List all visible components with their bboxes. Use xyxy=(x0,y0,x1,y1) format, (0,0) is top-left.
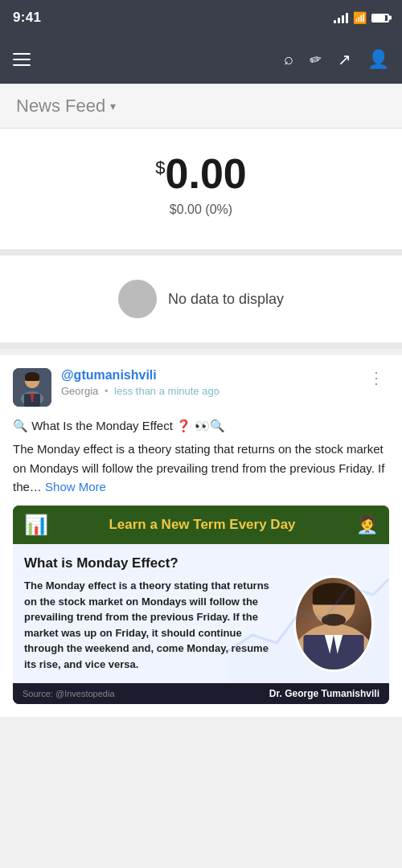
background-chart xyxy=(228,555,389,683)
signal-bars-icon xyxy=(334,12,348,23)
card-body: What is Monday Effect? The Monday effect… xyxy=(13,544,389,683)
top-nav: ⌕ ✏ ↗ 👤 xyxy=(0,35,402,84)
no-data-text: No data to display xyxy=(168,291,284,308)
author-location: Georgia xyxy=(61,385,98,397)
no-data-section: No data to display xyxy=(0,256,402,342)
wifi-icon: 📶 xyxy=(353,11,367,24)
author-avatar[interactable] xyxy=(13,368,51,407)
portfolio-section: $0.00 $0.00 (0%) xyxy=(0,129,402,256)
no-data-icon xyxy=(118,280,157,318)
post-more-button[interactable]: ⋮ xyxy=(365,368,389,387)
meta-separator: • xyxy=(105,385,109,397)
post-content: 🔍 What Is the Monday Effect ❓ 👀🔍 The Mon… xyxy=(13,416,389,496)
pencil-button[interactable]: ✏ xyxy=(307,49,323,69)
post-header: @gtumanishvili Georgia • less than a min… xyxy=(13,368,389,407)
card-header-text: Learn a New Term Every Day xyxy=(56,517,348,533)
status-bar: 9:41 📶 xyxy=(0,0,402,35)
card-header-bar: 📊 Learn a New Term Every Day 🧑‍💼 xyxy=(13,506,389,544)
card-footer: Source: @Investopedia Dr. George Tumanis… xyxy=(13,683,389,704)
post-image-card: 📊 Learn a New Term Every Day 🧑‍💼 What is… xyxy=(13,506,389,704)
status-icons: 📶 xyxy=(334,11,389,24)
svg-rect-7 xyxy=(25,376,39,381)
battery-icon xyxy=(371,14,389,23)
news-feed-title: News Feed xyxy=(16,96,105,117)
avatar-image xyxy=(13,368,51,407)
status-time: 9:41 xyxy=(13,10,41,26)
currency-symbol: $ xyxy=(155,158,165,178)
feed-post: @gtumanishvili Georgia • less than a min… xyxy=(0,355,402,718)
news-feed-header[interactable]: News Feed ▾ xyxy=(0,84,402,129)
post-title: 🔍 What Is the Monday Effect ❓ 👀🔍 xyxy=(13,416,389,435)
portfolio-change: $0.00 (0%) xyxy=(16,203,386,217)
post-author-info: @gtumanishvili Georgia • less than a min… xyxy=(13,368,219,407)
show-more-button[interactable]: Show More xyxy=(45,480,106,493)
post-time: less than a minute ago xyxy=(114,385,219,397)
share-button[interactable]: ↗ xyxy=(338,50,351,69)
hamburger-menu-button[interactable] xyxy=(13,53,31,66)
nav-left xyxy=(13,53,31,66)
post-title-text: 🔍 What Is the Monday Effect ❓ 👀🔍 xyxy=(13,416,225,435)
author-meta: Georgia • less than a minute ago xyxy=(61,385,219,397)
chevron-down-icon: ▾ xyxy=(110,100,116,113)
feed-section: @gtumanishvili Georgia • less than a min… xyxy=(0,355,402,718)
post-body-text: The Monday effect is a theory stating th… xyxy=(13,440,389,496)
portfolio-amount: $0.00 xyxy=(16,153,386,194)
portfolio-value: 0.00 xyxy=(166,150,247,197)
author-handle[interactable]: @gtumanishvili xyxy=(61,368,219,383)
card-person-icon: 🧑‍💼 xyxy=(356,514,378,535)
search-button[interactable]: ⌕ xyxy=(284,50,293,68)
author-details: @gtumanishvili Georgia • less than a min… xyxy=(61,368,219,397)
card-chart-icon: 📊 xyxy=(24,514,48,536)
section-divider xyxy=(0,342,402,349)
nav-right: ⌕ ✏ ↗ 👤 xyxy=(284,49,389,70)
profile-button[interactable]: 👤 xyxy=(367,49,389,70)
card-source: Source: @Investopedia xyxy=(23,689,115,698)
card-person-name: Dr. George Tumanishvili xyxy=(269,688,379,699)
